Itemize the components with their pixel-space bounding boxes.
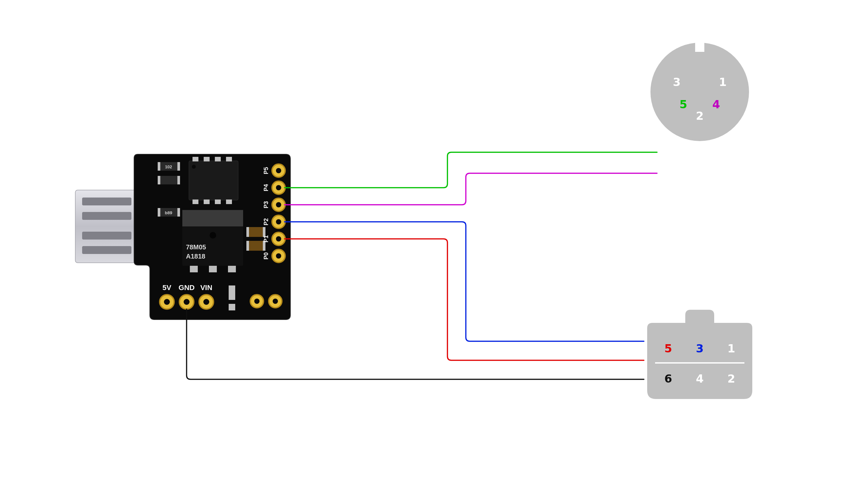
din-pin-5: 5 bbox=[680, 98, 687, 111]
ic-marking-2: A1818 bbox=[186, 253, 205, 260]
label-p2: P2 bbox=[263, 218, 269, 226]
svg-rect-63 bbox=[695, 42, 704, 52]
svg-point-29 bbox=[210, 232, 216, 238]
svg-rect-25 bbox=[177, 208, 180, 217]
rect-pin-5: 5 bbox=[664, 342, 672, 355]
svg-rect-2 bbox=[82, 198, 132, 205]
svg-point-44 bbox=[276, 202, 281, 208]
svg-rect-36 bbox=[248, 241, 263, 251]
rect-pin-6: 6 bbox=[664, 372, 672, 385]
svg-rect-8 bbox=[177, 162, 180, 170]
label-gnd: GND bbox=[179, 284, 195, 292]
label-p4: P4 bbox=[263, 184, 269, 191]
svg-rect-31 bbox=[209, 266, 217, 272]
wire-green bbox=[285, 152, 657, 188]
usb-plug bbox=[75, 190, 141, 263]
mcu-board: 102 b89 78M05 A1818 bbox=[75, 154, 290, 320]
svg-rect-15 bbox=[204, 157, 210, 161]
svg-rect-57 bbox=[229, 286, 235, 300]
svg-rect-7 bbox=[158, 162, 160, 170]
ic-regulator: 78M05 A1818 bbox=[182, 210, 243, 272]
label-p5: P5 bbox=[263, 167, 269, 174]
rect-pin-1: 1 bbox=[727, 342, 735, 355]
svg-rect-28 bbox=[182, 210, 243, 227]
svg-point-48 bbox=[276, 236, 281, 241]
svg-point-42 bbox=[276, 185, 281, 190]
label-vin: VIN bbox=[201, 284, 212, 292]
svg-text:b89: b89 bbox=[165, 210, 172, 215]
svg-rect-21 bbox=[226, 199, 232, 204]
svg-point-22 bbox=[192, 165, 196, 169]
svg-rect-34 bbox=[246, 227, 249, 237]
wire-blue bbox=[285, 222, 644, 341]
svg-point-56 bbox=[203, 299, 209, 305]
svg-rect-13 bbox=[189, 161, 238, 200]
din-pin-2: 2 bbox=[696, 109, 704, 122]
svg-rect-19 bbox=[204, 199, 210, 204]
label-p3: P3 bbox=[263, 201, 269, 209]
svg-rect-4 bbox=[82, 232, 132, 239]
rect-pin-2: 2 bbox=[727, 372, 735, 385]
svg-point-62 bbox=[273, 299, 278, 304]
ic-marking: 78M05 bbox=[186, 244, 206, 251]
svg-rect-3 bbox=[82, 212, 132, 220]
svg-rect-20 bbox=[215, 199, 221, 204]
rect-connector: 5 3 1 6 4 2 bbox=[647, 310, 752, 399]
svg-rect-14 bbox=[192, 157, 199, 161]
din-connector: 3 1 5 4 2 bbox=[650, 42, 749, 141]
svg-point-60 bbox=[254, 299, 259, 304]
svg-rect-58 bbox=[229, 304, 235, 310]
svg-point-40 bbox=[276, 168, 281, 173]
label-p0: P0 bbox=[263, 252, 269, 259]
rect-pin-3: 3 bbox=[696, 342, 704, 355]
svg-rect-37 bbox=[246, 241, 249, 251]
svg-rect-33 bbox=[248, 227, 263, 237]
svg-rect-24 bbox=[158, 208, 160, 217]
wire-magenta bbox=[285, 173, 657, 205]
svg-rect-30 bbox=[190, 266, 198, 272]
svg-rect-12 bbox=[177, 176, 180, 184]
power-header: 5V GND VIN bbox=[160, 284, 213, 309]
svg-point-46 bbox=[276, 219, 281, 224]
din-pin-3: 3 bbox=[673, 75, 681, 89]
wiring-diagram: 102 b89 78M05 A1818 bbox=[0, 0, 841, 504]
label-5v: 5V bbox=[162, 284, 171, 292]
svg-rect-17 bbox=[226, 157, 232, 161]
svg-point-50 bbox=[276, 253, 281, 258]
svg-point-54 bbox=[184, 299, 190, 305]
svg-rect-16 bbox=[215, 157, 221, 161]
svg-point-52 bbox=[164, 299, 170, 305]
ic-attiny bbox=[189, 157, 238, 204]
svg-rect-18 bbox=[192, 199, 199, 204]
rect-pin-4: 4 bbox=[696, 372, 704, 385]
svg-rect-10 bbox=[159, 176, 178, 184]
svg-text:102: 102 bbox=[165, 164, 172, 169]
din-pin-1: 1 bbox=[719, 75, 727, 89]
svg-rect-5 bbox=[82, 246, 132, 254]
svg-rect-32 bbox=[228, 266, 236, 272]
label-p1: P1 bbox=[263, 235, 269, 242]
wire-red bbox=[285, 239, 644, 360]
din-pin-4: 4 bbox=[712, 98, 720, 111]
svg-rect-11 bbox=[158, 176, 160, 184]
